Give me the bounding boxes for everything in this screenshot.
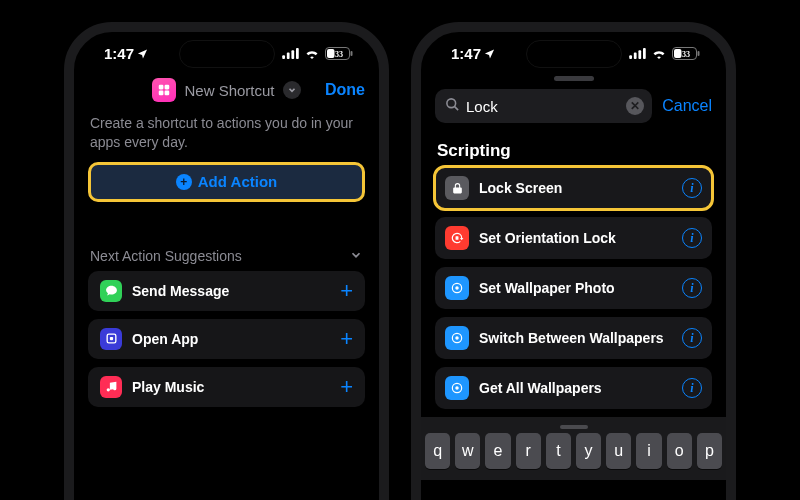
info-icon[interactable]: i xyxy=(682,378,702,398)
key-t[interactable]: t xyxy=(546,433,571,469)
result-label: Set Orientation Lock xyxy=(479,230,672,246)
info-icon[interactable]: i xyxy=(682,328,702,348)
suggestion-row[interactable]: Open App + xyxy=(88,319,365,359)
suggestion-row[interactable]: Play Music + xyxy=(88,367,365,407)
cancel-button[interactable]: Cancel xyxy=(662,97,712,115)
info-icon[interactable]: i xyxy=(682,178,702,198)
info-icon[interactable]: i xyxy=(682,278,702,298)
battery-icon: 33 xyxy=(325,47,353,60)
lock-icon xyxy=(445,176,469,200)
svg-rect-10 xyxy=(165,91,170,96)
time: 1:47 xyxy=(104,45,134,62)
svg-rect-5 xyxy=(327,49,335,58)
key-p[interactable]: p xyxy=(697,433,722,469)
svg-rect-8 xyxy=(165,85,170,90)
plus-icon[interactable]: + xyxy=(340,278,353,304)
keyboard-handle[interactable] xyxy=(560,425,588,429)
svg-point-21 xyxy=(447,99,456,108)
svg-rect-7 xyxy=(159,85,164,90)
phone-right: 1:47 33 xyxy=(411,22,736,500)
keyboard[interactable]: qwertyuiop xyxy=(421,417,726,480)
search-input[interactable]: Lock ✕ xyxy=(435,89,652,123)
key-i[interactable]: i xyxy=(636,433,661,469)
svg-rect-3 xyxy=(296,48,299,59)
music-icon xyxy=(100,376,122,398)
wifi-icon xyxy=(304,48,320,59)
result-label: Lock Screen xyxy=(479,180,672,196)
status-bar: 1:47 33 xyxy=(74,32,379,74)
add-action-button[interactable]: + Add Action xyxy=(88,162,365,202)
result-row[interactable]: Set Orientation Lock i xyxy=(435,217,712,259)
svg-rect-0 xyxy=(282,55,285,59)
suggestion-row[interactable]: Send Message + xyxy=(88,271,365,311)
add-action-label: Add Action xyxy=(198,173,277,190)
chevron-down-icon[interactable] xyxy=(283,81,301,99)
key-w[interactable]: w xyxy=(455,433,480,469)
clear-icon[interactable]: ✕ xyxy=(626,97,644,115)
result-row[interactable]: Switch Between Wallpapers i xyxy=(435,317,712,359)
messages-icon xyxy=(100,280,122,302)
location-icon xyxy=(137,48,148,59)
sheet-grabber[interactable] xyxy=(554,76,594,81)
plus-icon[interactable]: + xyxy=(340,374,353,400)
search-row: Lock ✕ Cancel xyxy=(421,89,726,129)
orientation-lock-icon xyxy=(445,226,469,250)
dynamic-island xyxy=(526,40,622,68)
suggestions: Next Action Suggestions Send Message + O… xyxy=(74,202,379,407)
battery-icon: 33 xyxy=(672,47,700,60)
status-time: 1:47 xyxy=(104,45,148,62)
status-time: 1:47 xyxy=(451,45,495,62)
svg-rect-14 xyxy=(634,52,637,58)
editor-header: New Shortcut Done xyxy=(74,74,379,112)
search-value: Lock xyxy=(466,98,626,115)
key-q[interactable]: q xyxy=(425,433,450,469)
dynamic-island xyxy=(179,40,275,68)
intro-text: Create a shortcut to actions you do in y… xyxy=(74,112,379,162)
cellular-icon xyxy=(629,48,646,59)
suggestion-label: Send Message xyxy=(132,283,330,299)
svg-rect-2 xyxy=(291,50,294,59)
svg-rect-22 xyxy=(456,236,459,240)
svg-rect-16 xyxy=(643,48,646,59)
wifi-icon xyxy=(651,48,667,59)
done-button[interactable]: Done xyxy=(325,81,365,99)
key-u[interactable]: u xyxy=(606,433,631,469)
battery-pct: 33 xyxy=(335,49,343,58)
key-e[interactable]: e xyxy=(485,433,510,469)
svg-rect-13 xyxy=(629,55,632,59)
search-icon xyxy=(445,97,460,115)
keyboard-row: qwertyuiop xyxy=(425,433,722,469)
section-title: Scripting xyxy=(421,129,726,167)
svg-rect-20 xyxy=(698,51,700,56)
chevron-down-icon[interactable] xyxy=(349,248,363,265)
wallpaper-icon xyxy=(445,376,469,400)
svg-rect-6 xyxy=(351,51,353,56)
shortcut-icon xyxy=(152,78,176,102)
key-y[interactable]: y xyxy=(576,433,601,469)
cellular-icon xyxy=(282,48,299,59)
result-row[interactable]: Get All Wallpapers i xyxy=(435,367,712,409)
svg-rect-18 xyxy=(674,49,682,58)
svg-rect-1 xyxy=(287,52,290,58)
result-label: Get All Wallpapers xyxy=(479,380,672,396)
result-row[interactable]: Set Wallpaper Photo i xyxy=(435,267,712,309)
wallpaper-icon xyxy=(445,276,469,300)
result-row-lock-screen[interactable]: Lock Screen i xyxy=(435,167,712,209)
suggestion-label: Open App xyxy=(132,331,330,347)
result-label: Switch Between Wallpapers xyxy=(479,330,672,346)
info-icon[interactable]: i xyxy=(682,228,702,248)
svg-rect-12 xyxy=(109,337,112,340)
svg-point-24 xyxy=(455,286,459,290)
key-o[interactable]: o xyxy=(667,433,692,469)
key-r[interactable]: r xyxy=(516,433,541,469)
svg-point-26 xyxy=(455,336,459,340)
svg-rect-9 xyxy=(159,91,164,96)
result-label: Set Wallpaper Photo xyxy=(479,280,672,296)
shortcut-title[interactable]: New Shortcut xyxy=(152,78,300,102)
time: 1:47 xyxy=(451,45,481,62)
title-text: New Shortcut xyxy=(184,82,274,99)
plus-circle-icon: + xyxy=(176,174,192,190)
plus-icon[interactable]: + xyxy=(340,326,353,352)
suggestions-title: Next Action Suggestions xyxy=(90,248,242,264)
svg-text:33: 33 xyxy=(682,49,690,58)
